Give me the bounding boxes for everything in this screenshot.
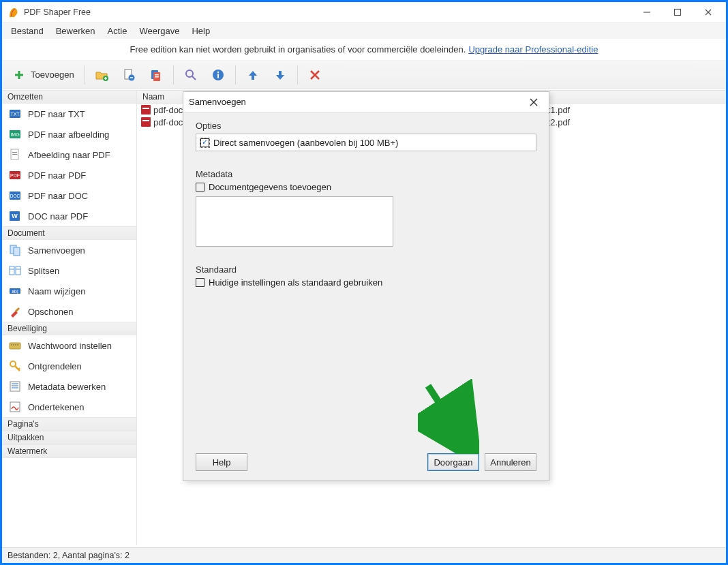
- svg-rect-28: [12, 152, 17, 153]
- sidebar-group-beveiliging[interactable]: Beveiliging: [2, 322, 136, 335]
- sidebar-item-split[interactable]: Splitsen: [2, 260, 136, 281]
- sidebar-item-label: Naam wijzigen: [28, 286, 86, 296]
- svg-point-19: [217, 71, 218, 72]
- metadata-row[interactable]: Documentgegevens toevoegen: [196, 182, 536, 192]
- sidebar-item-label: Afbeelding naar PDF: [28, 150, 110, 160]
- list-icon: [9, 380, 21, 393]
- cancel-button[interactable]: Annuleren: [485, 453, 536, 471]
- sidebar-group-paginas[interactable]: Pagina's: [2, 417, 136, 431]
- metadata-textarea[interactable]: [196, 196, 393, 247]
- txt-icon: TXT: [9, 108, 21, 120]
- menu-bewerken[interactable]: Bewerken: [50, 25, 101, 37]
- rename-icon: ab|: [9, 285, 21, 297]
- merge-icon: [9, 244, 21, 256]
- svg-point-50: [10, 361, 16, 367]
- key-icon: [9, 360, 21, 372]
- app-logo-icon: [7, 6, 20, 18]
- move-up-button[interactable]: [240, 63, 266, 87]
- remove-button[interactable]: [116, 63, 142, 87]
- move-down-button[interactable]: [267, 63, 293, 87]
- window-close-button[interactable]: [693, 2, 723, 22]
- sidebar-item-pdf-to-txt[interactable]: TXTPDF naar TXT: [2, 104, 136, 124]
- dialog-close-button[interactable]: [524, 93, 543, 112]
- folder-plus-icon: [94, 67, 109, 82]
- sidebar-item-pdf-to-image[interactable]: IMGPDF naar afbeelding: [2, 124, 136, 144]
- direct-merge-checkbox[interactable]: [200, 138, 209, 147]
- search-button[interactable]: [178, 63, 204, 87]
- sidebar-item-sign[interactable]: Ondertekenen: [2, 397, 136, 417]
- svg-line-17: [192, 76, 196, 80]
- sidebar-item-cleanup[interactable]: Opschonen: [2, 301, 136, 322]
- svg-text:TXT: TXT: [10, 112, 20, 117]
- copy-button[interactable]: [143, 63, 169, 87]
- svg-line-52: [18, 368, 20, 369]
- svg-rect-29: [12, 154, 17, 155]
- help-button[interactable]: Help: [196, 453, 247, 471]
- standaard-row[interactable]: Huidige instellingen als standaard gebru…: [196, 277, 536, 288]
- upgrade-link[interactable]: Upgrade naar Professional-editie: [468, 44, 598, 55]
- add-folder-button[interactable]: [89, 63, 115, 87]
- svg-rect-53: [10, 382, 20, 391]
- svg-rect-14: [155, 74, 159, 76]
- dialog-title: Samenvoegen: [189, 97, 246, 107]
- sidebar-item-doc-to-pdf[interactable]: WDOC naar PDF: [2, 206, 136, 226]
- section-opties-label: Opties: [196, 121, 536, 131]
- page-icon: [9, 149, 21, 161]
- pdf-icon: PDF: [9, 169, 21, 181]
- menu-weergave[interactable]: Weergave: [134, 25, 185, 37]
- add-doc-data-checkbox[interactable]: [196, 183, 204, 192]
- plus-icon: [12, 67, 27, 82]
- svg-rect-37: [14, 247, 20, 256]
- svg-rect-45: [10, 343, 20, 349]
- doc-copy-icon: [149, 67, 164, 82]
- sidebar-item-metadata[interactable]: Metadata bewerken: [2, 376, 136, 397]
- arrow-up-icon: [245, 67, 260, 82]
- sidebar-group-document[interactable]: Document: [2, 226, 136, 240]
- svg-point-49: [17, 344, 18, 346]
- pdf-file-icon: [141, 117, 151, 127]
- window-minimize-button[interactable]: [631, 2, 662, 22]
- titlebar: PDF Shaper Free: [2, 2, 726, 22]
- sidebar-item-pdf-to-doc[interactable]: DOCPDF naar DOC: [2, 185, 136, 206]
- sidebar-group-omzetten[interactable]: Omzetten: [2, 90, 136, 104]
- menu-bestand[interactable]: Bestand: [5, 25, 49, 37]
- sidebar-item-pdf-to-pdf[interactable]: PDFPDF naar PDF: [2, 165, 136, 185]
- sidebar-item-image-to-pdf[interactable]: Afbeelding naar PDF: [2, 144, 136, 165]
- svg-point-46: [11, 344, 12, 346]
- search-icon: [183, 67, 198, 82]
- svg-text:IMG: IMG: [10, 132, 19, 137]
- use-default-checkbox[interactable]: [196, 278, 204, 287]
- brush-icon: [9, 305, 21, 318]
- split-icon: [9, 264, 21, 277]
- continue-button[interactable]: Doorgaan: [427, 453, 479, 471]
- direct-merge-row[interactable]: Direct samenvoegen (aanbevolen bij 100 M…: [196, 134, 536, 151]
- sidebar-item-unlock[interactable]: Ontgrendelen: [2, 356, 136, 376]
- add-button[interactable]: Toevoegen: [6, 63, 80, 87]
- sidebar-item-password[interactable]: Wachtwoord instellen: [2, 335, 136, 356]
- info-button[interactable]: [205, 63, 231, 87]
- sidebar-item-label: DOC naar PDF: [28, 211, 88, 222]
- window-maximize-button[interactable]: [662, 2, 693, 22]
- sidebar-item-label: Splitsen: [28, 266, 59, 276]
- sidebar-item-merge[interactable]: Samenvoegen: [2, 240, 136, 260]
- statusbar: Bestanden: 2, Aantal pagina's: 2: [2, 547, 726, 563]
- word-icon: W: [9, 210, 21, 222]
- direct-merge-label: Direct samenvoegen (aanbevolen bij 100 M…: [213, 138, 398, 148]
- status-text: Bestanden: 2, Aantal pagina's: 2: [7, 551, 130, 560]
- menu-help[interactable]: Help: [186, 25, 215, 37]
- sidebar-item-label: Ontgrendelen: [28, 361, 82, 371]
- sidebar-group-watermerk[interactable]: Watermerk: [2, 444, 136, 458]
- sidebar-item-label: PDF naar DOC: [28, 191, 88, 201]
- info-icon: [211, 67, 226, 82]
- svg-point-47: [13, 344, 14, 346]
- svg-rect-44: [15, 307, 20, 312]
- delete-button[interactable]: [302, 63, 328, 87]
- sidebar-item-rename[interactable]: ab|Naam wijzigen: [2, 281, 136, 301]
- sidebar-item-label: PDF naar TXT: [28, 109, 85, 119]
- sidebar-group-uitpakken[interactable]: Uitpakken: [2, 431, 136, 444]
- svg-rect-38: [10, 266, 14, 275]
- x-icon: [307, 67, 322, 82]
- menu-actie[interactable]: Actie: [102, 25, 133, 37]
- svg-rect-39: [16, 266, 20, 275]
- arrow-down-icon: [273, 67, 288, 82]
